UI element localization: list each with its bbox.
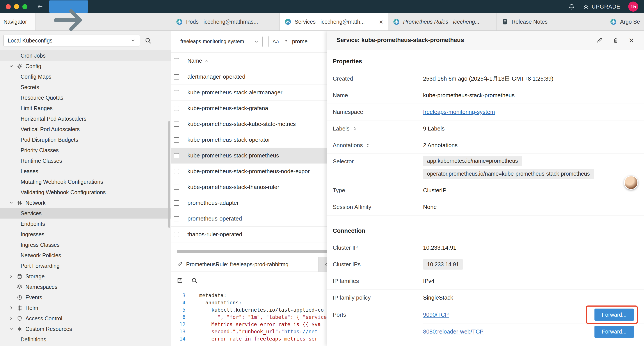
row-checkbox[interactable]	[174, 216, 179, 221]
back-icon[interactable]	[36, 3, 43, 10]
save-icon[interactable]	[177, 277, 183, 284]
notifications-bell-icon[interactable]	[568, 3, 575, 10]
expand-collapse-icon[interactable]	[352, 126, 357, 131]
sidebar-item[interactable]: Definitions	[0, 334, 171, 345]
chevron-down-icon	[254, 39, 259, 44]
close-tab-icon[interactable]: ×	[379, 18, 383, 25]
row-checkbox[interactable]	[174, 169, 179, 174]
search-icon[interactable]	[191, 277, 198, 284]
row-checkbox[interactable]	[174, 185, 179, 190]
name-column-header[interactable]: Name	[188, 58, 202, 64]
forward-button[interactable]: Forward...	[594, 309, 634, 321]
regex-toggle[interactable]: .*	[284, 38, 287, 45]
cluster-ips-row: Cluster IPs 10.233.14.91	[326, 256, 644, 273]
chevron-down-icon	[130, 38, 136, 43]
row-checkbox[interactable]	[174, 232, 179, 237]
sidebar-item[interactable]: Access Control	[0, 313, 171, 324]
tab[interactable]: Services - icecheng@math... ×	[280, 13, 388, 30]
expand-collapse-icon[interactable]	[366, 143, 370, 148]
close-window-button[interactable]	[6, 4, 11, 9]
sidebar-item[interactable]: Ingresses	[0, 229, 171, 240]
port-link[interactable]: 8080:reloader-web/TCP	[423, 328, 484, 335]
connection-section-heading: Connection	[326, 216, 644, 240]
ip-families-value: IPv4	[423, 278, 434, 285]
created-value: 253d 16h 6m ago (2025年1月13日 GMT+8 1:25:3…	[423, 75, 554, 82]
sidebar-item[interactable]: Leases	[0, 166, 171, 177]
edit-icon[interactable]	[596, 37, 602, 43]
labels-value: 9 Labels	[423, 125, 444, 132]
chevron-right-icon	[9, 306, 14, 310]
row-checkbox[interactable]	[174, 74, 179, 79]
sidebar-scrollbar[interactable]	[168, 121, 170, 228]
network-icon	[17, 200, 26, 206]
sidebar-item[interactable]: Mutating Webhook Configurations	[0, 177, 171, 187]
sidebar-item[interactable]: Custom Resources	[0, 324, 171, 334]
match-case-toggle[interactable]: Aa	[272, 38, 279, 45]
selector-chips: app.kubernetes.io/name=prometheusoperato…	[423, 154, 594, 179]
sidebar-item[interactable]: Priority Classes	[0, 145, 171, 155]
annotations-value: 2 Annotations	[423, 142, 458, 149]
notification-count-badge[interactable]: 15	[628, 1, 638, 11]
tab[interactable]: Pods - icecheng@mathmas...	[171, 13, 280, 30]
upgrade-button[interactable]: UPGRADE	[583, 3, 620, 10]
session-affinity-value: None	[423, 204, 437, 210]
sidebar-item[interactable]: Vertical Pod Autoscalers	[0, 124, 171, 134]
sidebar-item[interactable]: Services	[0, 208, 171, 219]
row-checkbox[interactable]	[174, 153, 179, 158]
tab[interactable]: Argo Se	[605, 13, 644, 30]
select-all-checkbox[interactable]	[174, 58, 179, 63]
minimize-window-button[interactable]	[14, 4, 19, 9]
tab[interactable]: Release Notes	[497, 13, 605, 30]
upgrade-label: UPGRADE	[592, 3, 620, 10]
forward-button[interactable]: Forward...	[594, 326, 634, 338]
dock-tab-prometheusrule[interactable]: PrometheusRule: freeleaps-prod-rabbitmq	[171, 257, 318, 272]
sidebar-item[interactable]: Events	[0, 292, 171, 303]
sidebar-item[interactable]: Horizontal Pod Autoscalers	[0, 113, 171, 124]
delete-icon[interactable]	[613, 37, 619, 43]
sidebar-item[interactable]: Network Policies	[0, 250, 171, 261]
sidebar-item[interactable]: Storage	[0, 271, 171, 282]
labels-row: Labels 9 Labels	[326, 120, 644, 137]
row-checkbox[interactable]	[174, 122, 179, 127]
row-checkbox[interactable]	[174, 90, 179, 95]
sidebar-item[interactable]: Validating Webhook Configurations	[0, 187, 171, 198]
helm-icon	[17, 305, 26, 311]
tab[interactable]: Prometheus Rules - icecheng...	[388, 13, 497, 30]
selector-chip: app.kubernetes.io/name=prometheus	[423, 156, 522, 166]
sidebar-item[interactable]: Config	[0, 61, 171, 71]
row-checkbox[interactable]	[174, 200, 179, 206]
horizontal-scrollbar[interactable]	[177, 250, 330, 253]
sidebar-item[interactable]: Pod Disruption Budgets	[0, 134, 171, 145]
row-checkbox[interactable]	[174, 137, 179, 143]
sidebar-item[interactable]: Secrets	[0, 82, 171, 92]
sidebar-item[interactable]: Namespaces	[0, 282, 171, 292]
k8s-icon	[176, 18, 183, 25]
namespace-link[interactable]: freeleaps-monitoring-system	[423, 109, 495, 115]
sidebar-item[interactable]: Helm	[0, 303, 171, 313]
sidebar-item[interactable]: Config Maps	[0, 71, 171, 82]
sidebar-item[interactable]: Runtime Classes	[0, 155, 171, 166]
sidebar-item[interactable]: Cron Jobs	[0, 50, 171, 61]
sidebar-item[interactable]: Endpoints	[0, 219, 171, 229]
namespace-filter-dropdown[interactable]: freeleaps-monitoring-system	[177, 36, 262, 47]
avatar[interactable]	[624, 176, 638, 190]
navigator-panel-tab[interactable]: Navigator	[0, 13, 36, 30]
sidebar-item[interactable]: Port Forwarding	[0, 261, 171, 271]
sidebar-item[interactable]: Ingress Classes	[0, 240, 171, 250]
ports-list: 9090/TCP Forward... 8080:reloader-web/TC…	[423, 306, 644, 340]
ports-row: Ports 9090/TCP Forward... 8080:reloader-…	[326, 306, 644, 340]
sidebar-item[interactable]: Resource Quotas	[0, 92, 171, 103]
properties-section-heading: Properties	[326, 50, 644, 70]
port-link[interactable]: 9090/TCP	[423, 311, 449, 318]
maximize-window-button[interactable]	[22, 4, 28, 9]
sort-ascending-icon[interactable]	[204, 58, 209, 63]
close-icon[interactable]: ×	[629, 36, 634, 45]
dock-tab-label: PrometheusRule: freeleaps-prod-rabbitmq	[186, 261, 288, 268]
namespace-row: Namespace freeleaps-monitoring-system	[326, 104, 644, 120]
sidebar-item[interactable]: Limit Ranges	[0, 103, 171, 113]
search-icon[interactable]	[145, 37, 152, 44]
chevron-right-icon	[9, 274, 14, 279]
row-checkbox[interactable]	[174, 106, 179, 111]
sidebar-item[interactable]: Network	[0, 198, 171, 208]
forward-icon[interactable]	[49, 0, 88, 13]
